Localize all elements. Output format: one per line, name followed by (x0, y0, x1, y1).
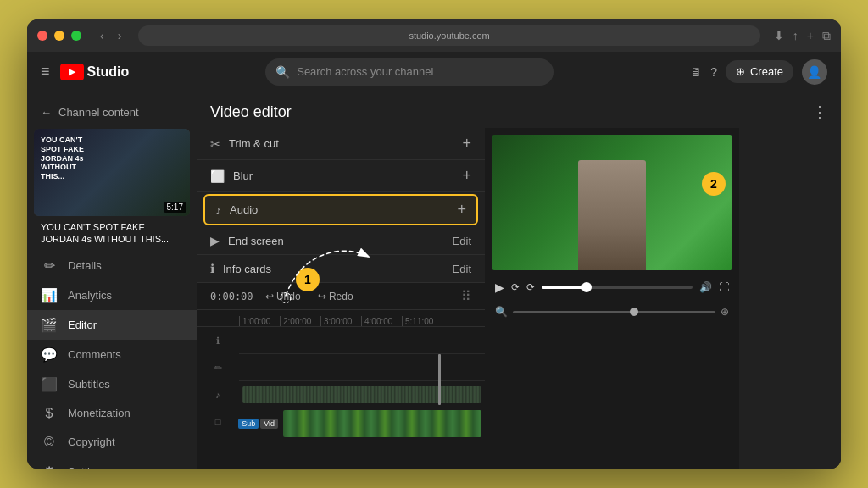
preview-person (578, 160, 646, 270)
info-cards-edit-button[interactable]: Edit (453, 263, 471, 275)
preview-panel: ▶ ⟳ ⟳ 🔊 ⛶ 🔍 (485, 128, 739, 469)
progress-thumb (581, 282, 592, 292)
blur-row: ⬜ Blur + (197, 160, 485, 192)
nav-actions: 🖥 ? ⊕ Create 👤 (690, 59, 827, 85)
screen-icon: ▶ (210, 234, 220, 247)
track-row-1 (239, 327, 485, 354)
more-options-button[interactable]: ⋮ (812, 103, 827, 121)
camera-icon: 🖥 (690, 65, 702, 79)
sidebar-item-copyright[interactable]: © Copyright (27, 428, 197, 457)
zoom-out-icon[interactable]: 🔍 (495, 306, 508, 318)
audio-waveform (242, 386, 481, 403)
forward-button[interactable]: › (114, 27, 125, 44)
browser-nav: ‹ › (97, 27, 125, 44)
progress-bar[interactable] (542, 286, 693, 289)
play-button[interactable]: ▶ (495, 280, 504, 294)
editor-label: Editor (68, 319, 97, 331)
youtube-studio-logo: ▶ Studio (60, 64, 130, 80)
ruler-mark-2: 2:00:00 (280, 316, 320, 326)
video-preview (492, 135, 732, 270)
sidebar-item-subtitles[interactable]: ⬛ Subtitles (27, 369, 197, 399)
tracks-container: ℹ ✏ ♪ □ (197, 327, 485, 469)
back-button[interactable]: ‹ (97, 27, 108, 44)
help-icon[interactable]: ? (710, 65, 717, 79)
sidebar-item-analytics[interactable]: 📊 Analytics (27, 280, 197, 310)
blur-add-button[interactable]: + (462, 167, 471, 185)
end-screen-label: End screen (228, 235, 284, 247)
tabs-icon[interactable]: ⧉ (822, 29, 831, 43)
minimize-button[interactable] (54, 30, 64, 41)
content-area: ← Channel content YOU CAN'T SPOT FAKE JO… (27, 92, 841, 469)
back-channel-button[interactable]: ← Channel content (27, 99, 197, 125)
address-bar[interactable]: studio.youtube.com (138, 25, 760, 46)
ruler-marks: 1:00:00 2:00:00 3:00:00 4:00:00 5:11:00 (239, 316, 442, 326)
preview-controls: ▶ ⟳ ⟳ 🔊 ⛶ (492, 277, 732, 297)
sidebar-item-editor[interactable]: 🎬 Editor (27, 310, 197, 340)
zoom-slider[interactable] (513, 311, 715, 313)
audio-add-button[interactable]: + (457, 201, 466, 219)
create-label: Create (750, 65, 783, 78)
undo-label: Undo (276, 291, 301, 302)
sidebar-item-comments[interactable]: 💬 Comments (27, 340, 197, 369)
info-icon: ℹ (210, 262, 214, 275)
analytics-icon: 📊 (41, 287, 58, 303)
sub-badge: Sub (238, 419, 259, 429)
music-icon: ♪ (215, 203, 221, 217)
monetization-icon: $ (41, 406, 58, 421)
redo-label: Redo (329, 291, 353, 302)
zoom-thumb (630, 308, 638, 316)
browser-titlebar: ‹ › studio.youtube.com ⬇ ↑ + ⧉ (27, 19, 841, 52)
video-frames (283, 410, 481, 437)
search-bar[interactable]: 🔍 Search across your channel (265, 58, 554, 86)
avatar[interactable]: 👤 (802, 59, 827, 85)
volume-button[interactable]: 🔊 (699, 281, 712, 293)
zoom-in-icon[interactable]: ⊕ (721, 306, 729, 318)
trim-cut-row: ✂ Trim & cut + (197, 128, 485, 160)
app-container: ≡ ▶ Studio 🔍 Search across your channel … (27, 52, 841, 469)
subtitles-label: Subtitles (68, 378, 110, 391)
download-icon[interactable]: ⬇ (774, 29, 784, 42)
thumb-text: YOU CAN'T SPOT FAKE JORDAN 4s WITHOUT TH… (41, 136, 100, 181)
trim-cut-add-button[interactable]: + (462, 135, 471, 152)
timeline-controls: 0:00:00 ↩ Undo ↪ Redo ⠿ (197, 283, 485, 310)
forward-button[interactable]: ⟳ (526, 281, 535, 293)
trim-cut-label: Trim & cut (229, 137, 279, 150)
track-icon-music: ♪ (197, 381, 239, 408)
tools-panel: ✂ Trim & cut + ⬜ Blur + (197, 128, 485, 469)
editor-title: Video editor (210, 103, 292, 121)
hamburger-menu[interactable]: ≡ (41, 63, 50, 80)
main-content: 1 2 (197, 92, 841, 469)
create-button[interactable]: ⊕ Create (726, 60, 793, 83)
rewind-button[interactable]: ⟳ (511, 281, 520, 293)
blur-icon: ⬜ (210, 169, 225, 183)
ruler-mark-4: 4:00:00 (361, 316, 402, 326)
sidebar-item-monetization[interactable]: $ Monetization (27, 399, 197, 428)
sidebar-item-details[interactable]: ✏ Details (27, 251, 197, 280)
maximize-button[interactable] (71, 30, 81, 41)
undo-button[interactable]: ↩ Undo (260, 289, 306, 304)
share-icon[interactable]: ↑ (793, 29, 798, 42)
close-button[interactable] (37, 30, 47, 41)
add-tab-icon[interactable]: + (807, 29, 814, 42)
end-screen-row: ▶ End screen Edit (197, 227, 485, 255)
info-cards-left: ℹ Info cards (210, 262, 271, 275)
audio-row: ♪ Audio + (203, 194, 478, 225)
top-nav: ≡ ▶ Studio 🔍 Search across your channel … (27, 52, 841, 92)
redo-button[interactable]: ↪ Redo (313, 289, 359, 304)
settings-icon: ⚙ (41, 463, 58, 469)
zoom-controls: 🔍 ⊕ (492, 304, 732, 319)
trim-cut-left: ✂ Trim & cut (210, 137, 279, 151)
track-icon-pencil: ✏ (197, 354, 239, 381)
fullscreen-button[interactable]: ⛶ (719, 281, 729, 293)
youtube-icon: ▶ (60, 64, 84, 80)
sidebar-item-settings[interactable]: ⚙ Settings (27, 457, 197, 469)
end-screen-edit-button[interactable]: Edit (453, 235, 471, 247)
time-display: 0:00:00 (210, 291, 253, 302)
drag-handle-icon: ⠿ (461, 288, 471, 304)
info-cards-label: Info cards (223, 263, 271, 275)
ruler-mark-3: 3:00:00 (320, 316, 361, 326)
channel-thumbnail: YOU CAN'T SPOT FAKE JORDAN 4s WITHOUT TH… (27, 129, 197, 247)
blur-left: ⬜ Blur (210, 169, 253, 183)
subtitles-icon: ⬛ (41, 376, 58, 392)
copyright-label: Copyright (68, 435, 115, 448)
